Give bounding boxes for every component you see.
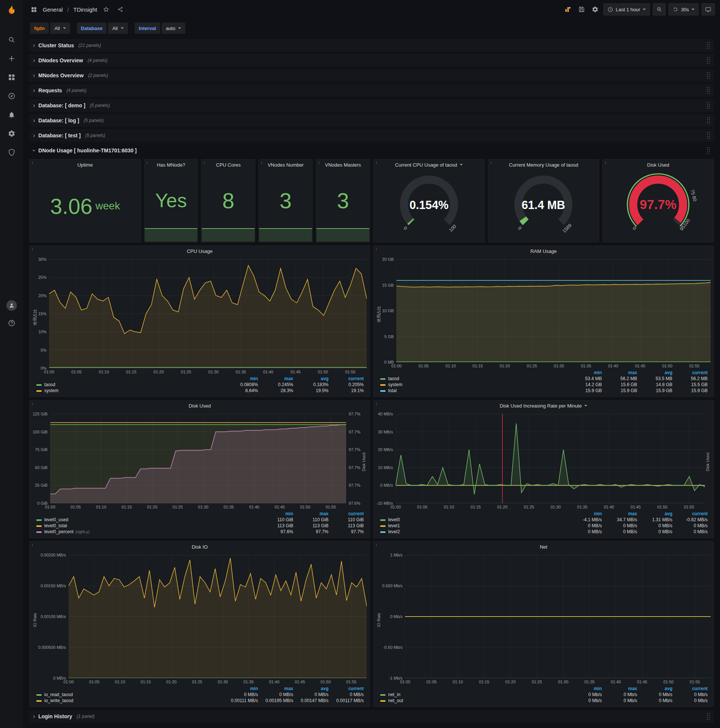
panel-info-icon[interactable]: i: [491, 161, 492, 165]
legend-header-min[interactable]: min: [224, 376, 259, 382]
row-drag-handle[interactable]: [706, 72, 710, 79]
row-drag-handle[interactable]: [706, 57, 710, 64]
search-icon[interactable]: [8, 36, 16, 44]
chart-plot-area[interactable]: [49, 259, 367, 368]
chart-plot-area[interactable]: [69, 555, 367, 678]
row-database-demo[interactable]: › Database: [ demo ] (5 panels): [29, 99, 714, 112]
panel-title[interactable]: RAM Usage: [530, 248, 557, 254]
star-icon[interactable]: [101, 4, 111, 15]
legend-header-max[interactable]: max: [603, 511, 638, 517]
legend-header-current[interactable]: current: [673, 511, 708, 517]
help-icon[interactable]: [8, 319, 16, 327]
dashboard-settings-gear-icon[interactable]: [590, 4, 600, 15]
chart-canvas[interactable]: [50, 414, 346, 503]
cycle-view-mode-button[interactable]: [702, 3, 715, 15]
add-panel-icon[interactable]: [563, 4, 574, 15]
legend-header-avg[interactable]: avg: [638, 511, 673, 517]
panel-info-icon[interactable]: i: [261, 161, 262, 165]
series-name[interactable]: system: [44, 388, 58, 393]
legend-header-max[interactable]: max: [603, 370, 638, 376]
legend-header-avg[interactable]: avg: [638, 685, 673, 691]
chart-plot-area[interactable]: [50, 414, 346, 503]
legend-header-max[interactable]: max: [259, 685, 294, 691]
time-range-picker[interactable]: Last 1 hour: [603, 3, 650, 15]
series-name[interactable]: system: [388, 382, 403, 387]
save-dashboard-icon[interactable]: [577, 4, 587, 15]
cpu-usage-gauge[interactable]: 01000.154%: [374, 170, 485, 242]
memory-usage-gauge[interactable]: 0158961.4 MB: [488, 170, 599, 242]
panel-info-icon[interactable]: i: [204, 161, 205, 165]
panel-title[interactable]: Current CPU Usage of taosd: [395, 162, 457, 168]
row-drag-handle[interactable]: [706, 132, 710, 139]
chart-canvas[interactable]: [397, 259, 711, 362]
chart-canvas[interactable]: [405, 555, 711, 678]
legend-header-current[interactable]: current: [329, 511, 365, 517]
create-plus-icon[interactable]: [8, 54, 16, 63]
panel-title[interactable]: VNodes Number: [268, 162, 304, 168]
legend-header-current[interactable]: current: [673, 370, 708, 376]
variable-fqdn-value-dropdown[interactable]: All: [50, 23, 70, 34]
panel-info-icon[interactable]: i: [376, 402, 377, 406]
dashboards-grid-icon[interactable]: [8, 73, 16, 81]
row-drag-handle[interactable]: [706, 42, 710, 49]
panel-title[interactable]: CPU Cores: [216, 162, 241, 168]
legend-header-min[interactable]: min: [259, 511, 294, 517]
panel-info-icon[interactable]: i: [32, 161, 33, 165]
legend-header-min[interactable]: min: [567, 370, 603, 376]
legend-header-avg[interactable]: avg: [294, 376, 329, 382]
panel-title[interactable]: Disk Used Increasing Rate per Minute: [500, 403, 582, 409]
panel-menu-caret-icon[interactable]: [584, 405, 587, 407]
series-name[interactable]: io_write_taosd: [44, 698, 73, 703]
panel-title[interactable]: Current Memory Usage of taosd: [509, 162, 578, 168]
chart-canvas[interactable]: [49, 259, 367, 368]
panel-info-icon[interactable]: i: [32, 402, 33, 406]
legend-header-max[interactable]: max: [603, 685, 638, 691]
panel-info-icon[interactable]: i: [146, 161, 148, 165]
row-database-test[interactable]: › Database: [ test ] (5 panels): [29, 129, 714, 142]
alerting-bell-icon[interactable]: [8, 111, 16, 119]
breadcrumb-dashboard-title[interactable]: TDinsight: [73, 6, 97, 13]
row-dnodes-overview[interactable]: › DNodes Overview (4 panels): [29, 54, 714, 67]
breadcrumb-folder[interactable]: General: [43, 6, 63, 13]
legend-header-min[interactable]: min: [567, 511, 603, 517]
series-name[interactable]: level0_used: [44, 517, 68, 522]
panel-info-icon[interactable]: i: [32, 543, 33, 547]
panel-title[interactable]: Disk Used: [189, 403, 211, 409]
series-name[interactable]: level0_total: [44, 523, 67, 528]
row-drag-handle[interactable]: [706, 117, 710, 124]
legend-header-max[interactable]: max: [259, 376, 294, 382]
panel-menu-caret-icon[interactable]: [460, 164, 463, 165]
grafana-logo[interactable]: [5, 3, 19, 18]
series-name[interactable]: level1: [388, 523, 400, 528]
row-login-history[interactable]: › Login History (1 panel): [29, 710, 714, 723]
row-cluster-status[interactable]: › Cluster Status (21 panels): [29, 39, 714, 52]
series-name[interactable]: level0_percent: [44, 529, 73, 534]
chart-plot-area[interactable]: [397, 259, 711, 362]
legend-header-current[interactable]: current: [673, 685, 708, 691]
panel-title[interactable]: Uptime: [77, 162, 93, 168]
series-name[interactable]: io_read_taosd: [44, 692, 73, 697]
chart-plot-area[interactable]: [396, 414, 705, 503]
row-drag-handle[interactable]: [706, 102, 710, 109]
share-icon[interactable]: [115, 4, 126, 15]
series-name[interactable]: taosd: [44, 382, 55, 387]
panel-info-icon[interactable]: i: [318, 161, 319, 165]
user-avatar[interactable]: [6, 300, 17, 311]
panel-info-icon[interactable]: i: [376, 161, 377, 165]
series-name[interactable]: taosd: [388, 376, 399, 381]
panel-info-icon[interactable]: i: [376, 543, 377, 547]
server-admin-shield-icon[interactable]: [8, 148, 16, 156]
configuration-gear-icon[interactable]: [8, 130, 16, 138]
panel-info-icon[interactable]: i: [376, 247, 377, 251]
variable-database-value-dropdown[interactable]: All: [108, 23, 128, 34]
disk-used-gauge[interactable]: 075 809510097.7%: [603, 170, 714, 242]
panel-title[interactable]: CPU Usage: [187, 248, 213, 254]
panel-info-icon[interactable]: i: [32, 247, 33, 251]
panel-title[interactable]: Disk Used: [647, 162, 670, 168]
variable-interval-value-dropdown[interactable]: auto: [162, 23, 185, 34]
zoom-out-button[interactable]: [653, 3, 666, 15]
legend-header-avg[interactable]: avg: [294, 685, 329, 691]
panel-info-icon[interactable]: i: [605, 161, 606, 165]
series-name[interactable]: net_out: [388, 698, 403, 703]
row-database-log[interactable]: › Database: [ log ] (5 panels): [29, 114, 714, 127]
